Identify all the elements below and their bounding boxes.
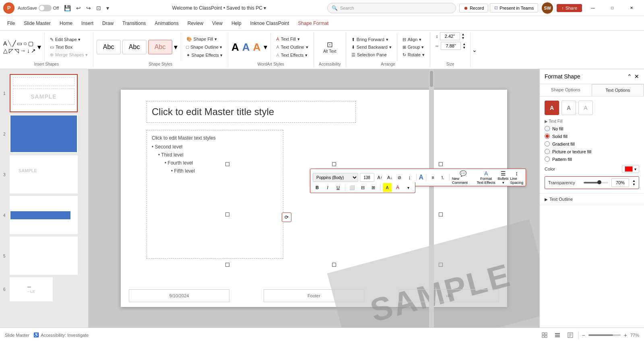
slide-thumb-4[interactable]: 4 xyxy=(10,196,85,234)
align-right-btn[interactable]: ⊞ xyxy=(369,183,378,192)
selection-pane-btn[interactable]: ☰ Selection Pane xyxy=(349,52,394,58)
menu-shapeformat[interactable]: Shape Format xyxy=(294,19,332,28)
slide-thumb-6[interactable]: 6 ···LE xyxy=(10,277,85,301)
menu-help[interactable]: Help xyxy=(227,19,246,28)
bring-forward-btn[interactable]: ⬆ Bring Forward ▾ xyxy=(349,36,394,43)
radio-picture-fill[interactable]: Picture or texture fill xyxy=(545,149,639,154)
shape-outline-btn[interactable]: □ Shape Outline ▾ xyxy=(184,44,225,51)
record-button[interactable]: ⏺ Record xyxy=(459,4,488,12)
menu-draw[interactable]: Draw xyxy=(98,19,118,28)
align-center-btn[interactable]: ⊟ xyxy=(358,183,367,192)
present-btn[interactable]: ⊡ xyxy=(94,4,103,12)
shape-line[interactable]: ╲ xyxy=(8,40,11,47)
radio-no-fill-input[interactable] xyxy=(545,126,550,131)
radio-pattern-fill-input[interactable] xyxy=(545,157,550,162)
slider-thumb[interactable] xyxy=(597,180,601,184)
format-text-effects-btn[interactable]: A FormatText Effects xyxy=(476,170,496,185)
shape-diagonal[interactable]: ╱ xyxy=(12,40,16,47)
height-spinner[interactable]: ▲▼ xyxy=(462,33,465,40)
slide-thumb-5[interactable]: 5 xyxy=(10,237,85,275)
shapes-more-btn[interactable]: ▾ xyxy=(37,43,41,52)
menu-slidemaster[interactable]: Slide Master xyxy=(20,19,55,28)
tab-text-options[interactable]: Text Options xyxy=(592,84,644,96)
font-color-arrow[interactable]: ▾ xyxy=(404,183,413,192)
panel-collapse-btn[interactable]: ⌃ xyxy=(627,73,632,80)
transparency-slider[interactable] xyxy=(584,182,608,183)
handle-tl[interactable] xyxy=(225,162,229,166)
undo-btn[interactable]: ↩ xyxy=(74,4,83,12)
v-scrollbar[interactable] xyxy=(429,69,434,328)
style-box-2[interactable]: Abc xyxy=(122,40,147,54)
edit-shape-btn[interactable]: ✎ Edit Shape ▾ xyxy=(48,36,90,43)
menu-animations[interactable]: Animations xyxy=(151,19,182,28)
alt-text-btn[interactable]: ⊡ Alt Text xyxy=(321,40,339,55)
share-button[interactable]: ↑ Share xyxy=(557,4,582,12)
send-backward-btn[interactable]: ⬇ Send Backward ▾ xyxy=(349,44,394,51)
decrease-font-btn[interactable]: A↓ xyxy=(386,173,394,182)
font-size-input[interactable] xyxy=(360,173,374,182)
radio-gradient-fill-input[interactable] xyxy=(545,141,550,146)
handle-ml[interactable] xyxy=(225,212,229,216)
new-comment-btn[interactable]: 💬 New Comment xyxy=(452,170,475,185)
slide-thumb-3[interactable]: 3 SAMPLE xyxy=(10,155,85,194)
save-btn[interactable]: 💾 xyxy=(62,4,73,12)
text-icon-fill[interactable]: A xyxy=(545,101,559,115)
text-outline-btn[interactable]: A Text Outline ▾ xyxy=(274,44,310,51)
radio-gradient-fill[interactable]: Gradient fill xyxy=(545,141,639,146)
autosave-toggle[interactable] xyxy=(39,5,52,11)
increase-font-btn[interactable]: A↑ xyxy=(376,173,384,182)
restore-btn[interactable]: □ xyxy=(603,2,621,14)
zoom-slider[interactable] xyxy=(588,334,621,336)
tab-shape-options[interactable]: Shape Options xyxy=(540,84,592,96)
line-spacing-btn[interactable]: ↕ LineSpacing xyxy=(510,170,524,185)
menu-transitions[interactable]: Transitions xyxy=(118,19,150,28)
footer-page-box[interactable]: ‹#› xyxy=(398,289,499,302)
radio-solid-fill[interactable]: Solid fill xyxy=(545,134,639,139)
text-icon-outline[interactable]: A xyxy=(561,101,576,115)
handle-tm[interactable] xyxy=(332,162,336,166)
clear-format-btn[interactable]: ⊘ xyxy=(396,173,404,182)
height-input[interactable] xyxy=(440,32,460,40)
align-btn[interactable]: ⊟ Align ▾ xyxy=(400,36,427,43)
radio-no-fill[interactable]: No fill xyxy=(545,126,639,131)
shape-arrow1[interactable]: → xyxy=(20,47,26,54)
color-swatch-btn[interactable]: ▾ xyxy=(622,165,639,173)
shape-rounded-rect[interactable]: ▢ xyxy=(28,40,33,47)
menu-home[interactable]: Home xyxy=(56,19,76,28)
shape-mini-btn[interactable]: ⟳ xyxy=(282,212,291,222)
handle-mr[interactable] xyxy=(439,212,443,216)
shape-arrow3[interactable]: ↗ xyxy=(31,47,36,54)
styles-more-btn[interactable]: ▾ xyxy=(174,43,178,52)
bullets-btn2[interactable]: ☰ Bullets ▾ xyxy=(498,170,509,185)
minimize-btn[interactable]: — xyxy=(584,2,602,14)
redo-btn[interactable]: ↪ xyxy=(84,4,93,12)
shape-tri3[interactable]: ◹ xyxy=(14,47,19,54)
width-input[interactable] xyxy=(441,42,461,50)
text-direction-btn[interactable]: ↨ xyxy=(405,173,414,182)
shape-tri1[interactable]: △ xyxy=(3,47,8,54)
shape-text-icon[interactable]: A xyxy=(3,40,7,47)
shape-ellipse[interactable]: ○ xyxy=(23,40,27,47)
menu-view[interactable]: View xyxy=(208,19,227,28)
panel-close-btn[interactable]: ✕ xyxy=(634,73,639,80)
title-placeholder[interactable]: Click to edit Master title style xyxy=(147,101,356,123)
shape-rect[interactable]: ▭ xyxy=(17,40,22,47)
font-color-btn[interactable]: A xyxy=(393,183,402,192)
zoom-out-btn[interactable]: − xyxy=(582,332,585,338)
wordart-black[interactable]: A xyxy=(231,41,239,54)
handle-tr[interactable] xyxy=(439,162,443,166)
menu-inknoe[interactable]: Inknoe ClassPoint xyxy=(246,19,293,28)
group-btn[interactable]: ⊞ Group ▾ xyxy=(400,44,427,51)
slide-sorter-btn[interactable] xyxy=(553,330,562,340)
wordart-orange[interactable]: A xyxy=(253,41,261,54)
slide-thumb-1[interactable]: 1 SAMPLE xyxy=(10,74,85,112)
radio-pattern-fill[interactable]: Pattern fill xyxy=(545,157,639,162)
highlight-btn[interactable]: A xyxy=(383,183,392,192)
shape-arrow2[interactable]: ↓ xyxy=(27,47,30,54)
text-fill-btn[interactable]: A Text Fill ▾ xyxy=(274,36,310,43)
reading-view-btn[interactable] xyxy=(566,330,575,340)
text-outline-row[interactable]: ▶ Text Outline xyxy=(540,194,644,205)
search-box[interactable]: 🔍 Search xyxy=(327,3,456,13)
font-family-select[interactable]: Poppins (Body) xyxy=(313,173,358,182)
user-avatar[interactable]: SW xyxy=(542,2,553,14)
